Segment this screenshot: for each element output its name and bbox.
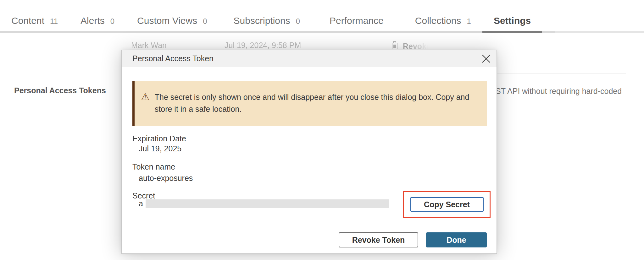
secret-value-row: a [139,199,389,208]
tab-bar-divider [555,31,644,33]
revoke-link-label: Revoke [403,42,431,51]
tab-label: Collections [415,15,461,26]
warning-icon: ⚠ [141,91,150,103]
token-name-value: auto-exposures [139,174,193,183]
tab-label: Subscriptions [234,15,290,26]
table-divider [126,38,443,38]
tab-alerts[interactable]: Alerts 0 [69,15,126,31]
tab-performance[interactable]: Performance [318,15,395,31]
tab-count-badge: 11 [50,17,58,26]
tab-settings[interactable]: Settings [482,15,542,31]
token-owner: Mark Wan [131,41,167,50]
tab-label: Performance [330,15,384,26]
tab-label: Content [11,15,44,26]
secret-visible-char: a [139,199,143,208]
personal-access-token-dialog: Personal Access Token ⚠ The secret is on… [121,50,497,254]
tab-count-badge: 0 [110,17,114,26]
tab-bar: Content 11 Alerts 0 Custom Views 0 Subsc… [0,0,644,33]
tab-count-badge: 0 [296,17,300,26]
revoke-token-button[interactable]: Revoke Token [339,232,418,247]
expiration-date-label: Expiration Date [132,134,186,143]
tab-label: Alerts [80,15,105,26]
tab-label: Settings [494,15,531,26]
dialog-title: Personal Access Token [132,54,214,63]
token-name-label: Token name [132,162,175,171]
tab-collections[interactable]: Collections 1 [404,15,482,31]
done-button[interactable]: Done [426,232,487,247]
annotation-highlight: Copy Secret [403,191,491,218]
warning-message: The secret is only shown once and will d… [155,91,472,115]
section-title: Personal Access Tokens [14,86,106,95]
dialog-header: Personal Access Token [122,50,497,67]
token-timestamp: Jul 19, 2024, 9:58 PM [225,41,301,50]
tab-count-badge: 1 [467,17,471,26]
close-icon[interactable] [480,53,492,65]
tab-count-badge: 0 [203,17,207,26]
section-divider [497,73,626,74]
tab-custom-views[interactable]: Custom Views 0 [126,15,219,31]
secret-warning-banner: ⚠ The secret is only shown once and will… [132,81,487,126]
tab-label: Custom Views [137,15,197,26]
copy-secret-button[interactable]: Copy Secret [410,197,484,212]
secret-redacted-bar [146,199,389,208]
table-row: Mark Wan Jul 19, 2024, 9:58 PM [0,41,644,50]
section-description-fragment: ST API without requiring hard-coded [496,87,622,96]
expiration-date-value: Jul 19, 2025 [139,144,181,153]
tab-subscriptions[interactable]: Subscriptions 0 [222,15,311,31]
tab-content[interactable]: Content 11 [0,15,69,31]
page: Mark Wan Jul 19, 2024, 9:58 PM [0,0,644,260]
